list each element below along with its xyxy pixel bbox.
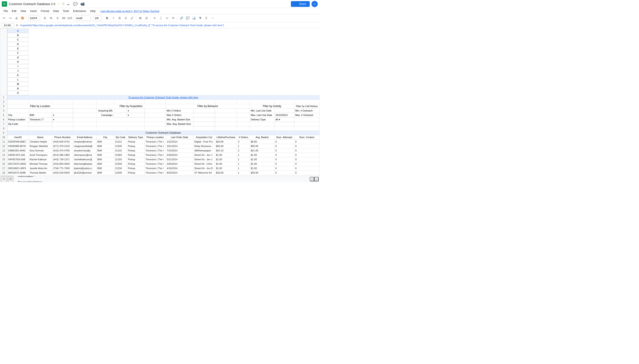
cell-12-F[interactable]: 21030 xyxy=(114,144,127,148)
min-basket-input[interactable] xyxy=(193,117,215,122)
row-num-18[interactable]: 18 xyxy=(0,170,7,175)
cell-13-K[interactable]: $42.10 xyxy=(215,148,237,153)
row-num-12[interactable]: 12 xyxy=(0,144,7,148)
cell-11-I[interactable]: 1/22/2014 xyxy=(166,140,193,144)
menu-insert[interactable]: Insert xyxy=(29,9,39,13)
delivery-type-value[interactable]: All ▾ xyxy=(274,117,294,122)
cell-12-K[interactable]: $50.00 xyxy=(215,144,237,148)
acq-ba-input[interactable] xyxy=(114,108,127,113)
cell-12-M[interactable]: $50.00 xyxy=(250,144,274,148)
col-header-H[interactable]: H xyxy=(7,60,29,64)
tab-dropdown-icon[interactable]: ▾ xyxy=(34,176,36,177)
cell-13-O[interactable]: 0 xyxy=(294,148,319,153)
menu-data[interactable]: Data xyxy=(52,9,61,13)
cell-18-L[interactable]: 1 xyxy=(237,170,250,175)
user-avatar[interactable]: U xyxy=(311,1,318,7)
min-orders-input[interactable] xyxy=(193,108,215,113)
cell-11-E[interactable]: BWI xyxy=(96,140,114,144)
font-selector[interactable]: Arial ▾ xyxy=(75,16,91,21)
cell-14-L[interactable]: 1 xyxy=(237,153,250,157)
wrap-button[interactable]: ↵ xyxy=(164,16,170,21)
percent-button[interactable]: % xyxy=(48,16,54,21)
bold-button[interactable]: B xyxy=(105,16,110,21)
cell-13-A[interactable]: 03865281-84A2 xyxy=(7,148,29,153)
cell-12-D[interactable]: reaganwarfield@ xyxy=(73,144,96,148)
cell-11-J[interactable]: Digital - Free Pro xyxy=(193,140,215,144)
cell-14-H[interactable]: Timonium | The I xyxy=(144,153,166,157)
cell-15-C[interactable]: (443) 739-1371 xyxy=(52,157,73,162)
cell-19-E[interactable]: BWI xyxy=(96,175,114,176)
currency-button[interactable]: $ xyxy=(42,16,48,21)
cell-13-B[interactable]: Amy Dorman xyxy=(29,148,52,153)
row-num-16[interactable]: 16 xyxy=(0,162,7,166)
cell-18-C[interactable]: (443) 520-0503 xyxy=(52,170,73,175)
cell-11-M[interactable]: $6.86 xyxy=(250,140,274,144)
cell-18-N[interactable]: 0 xyxy=(274,170,294,175)
cell-13-H[interactable]: Timonium | The I xyxy=(144,148,166,153)
cell-14-I[interactable]: 4/30/2014 xyxy=(166,153,193,157)
cell-16-F[interactable]: 21030 xyxy=(114,162,127,166)
text-color-button[interactable]: A xyxy=(123,16,128,21)
cell-15-B[interactable]: Rachel Kallmye xyxy=(29,157,52,162)
chart-button[interactable]: 📊 xyxy=(191,16,197,21)
tab-dropdown-icon[interactable]: ▾ xyxy=(43,181,44,182)
max-basket-input[interactable] xyxy=(193,122,215,126)
tab-next-button[interactable]: › xyxy=(314,177,318,181)
menu-extensions[interactable]: Extensions xyxy=(71,9,88,13)
clock-icon[interactable]: ⏱ xyxy=(62,2,65,6)
cell-16-L[interactable]: 1 xyxy=(237,162,250,166)
cell-13-E[interactable]: BWI xyxy=(96,148,114,153)
cell-19-I[interactable]: 2/26/2014 xyxy=(166,175,193,176)
cell-14-F[interactable]: 21093 xyxy=(114,153,127,157)
undo-button[interactable]: ↩ xyxy=(1,16,7,21)
cell-17-M[interactable]: $1.00 xyxy=(250,166,274,170)
col-header-J[interactable]: J xyxy=(7,68,29,73)
cell-19-L[interactable]: 1 xyxy=(237,175,250,176)
pickup-value[interactable]: Timonium | T xyxy=(29,117,52,122)
cell-15-D[interactable]: rachelkallmyer@ xyxy=(73,157,96,162)
cell-17-L[interactable]: 1 xyxy=(237,166,250,170)
cell-14-M[interactable]: $1.00 xyxy=(250,153,274,157)
cell-15-N[interactable]: 0 xyxy=(274,157,294,162)
col-header-C[interactable]: C xyxy=(7,38,29,42)
cell-12-G[interactable]: Pickup xyxy=(127,144,144,148)
formula-input[interactable] xyxy=(20,24,318,26)
cell-15-L[interactable]: 1 xyxy=(237,157,250,162)
cell-18-G[interactable]: Pickup xyxy=(127,170,144,175)
menu-format[interactable]: Format xyxy=(39,9,51,13)
cell-18-A[interactable]: 06F81972-569B xyxy=(7,170,29,175)
cell-15-G[interactable]: Pickup xyxy=(127,157,144,162)
campaign-dropdown[interactable]: ▾ xyxy=(127,113,144,117)
cell-12-C[interactable]: (571) 379-2218 xyxy=(52,144,73,148)
cell-19-K[interactable]: $1.00 xyxy=(215,175,237,176)
valign-button[interactable]: ⌶ xyxy=(158,16,164,21)
col-header-O[interactable]: O xyxy=(7,91,29,95)
cell-16-B[interactable]: Michael Thomas xyxy=(29,162,52,166)
merge-button[interactable]: ⊡ xyxy=(144,16,149,21)
cell-18-H[interactable]: Timonium | The I xyxy=(144,170,166,175)
col-header-D[interactable]: D xyxy=(7,42,29,46)
cell-19-D[interactable]: onikaduke1@gm xyxy=(73,175,96,176)
cell-13-I[interactable]: 7/23/2014 xyxy=(166,148,193,153)
cell-19-F[interactable]: 21212 xyxy=(114,175,127,176)
cell-13-C[interactable]: (410) 374-4760 xyxy=(52,148,73,153)
cell-13-G[interactable]: Pickup xyxy=(127,148,144,153)
cell-13-D[interactable]: amydorman@y xyxy=(73,148,96,153)
cell-11-O[interactable]: 0 xyxy=(294,140,319,144)
col-header-A[interactable]: A xyxy=(7,28,29,33)
cell-16-D[interactable]: kthomas@katzal xyxy=(73,162,96,166)
cell-13-F[interactable]: 21102 xyxy=(114,148,127,153)
cell-15-H[interactable]: Timonium | The I xyxy=(144,157,166,162)
cell-18-B[interactable]: Thomas Barker xyxy=(29,170,52,175)
cell-15-I[interactable]: 5/21/2014 xyxy=(166,157,193,162)
more-button[interactable]: ⋯ xyxy=(210,16,215,21)
cell-17-B[interactable]: Janelle Aloisi An xyxy=(29,166,52,170)
cell-11-D[interactable]: chepler@hotmai xyxy=(73,140,96,144)
cell-12-L[interactable]: 1 xyxy=(237,144,250,148)
cell-13-J[interactable]: SM/Newspaper - xyxy=(193,148,215,153)
max-orders-input[interactable] xyxy=(193,113,215,117)
cell-18-D[interactable]: tjb1020@verizor xyxy=(73,170,96,175)
cell-15-J[interactable]: Street Kit - Jen J xyxy=(193,157,215,162)
cell-13-N[interactable]: 0 xyxy=(274,148,294,153)
cell-18-F[interactable]: 21030 xyxy=(114,170,127,175)
